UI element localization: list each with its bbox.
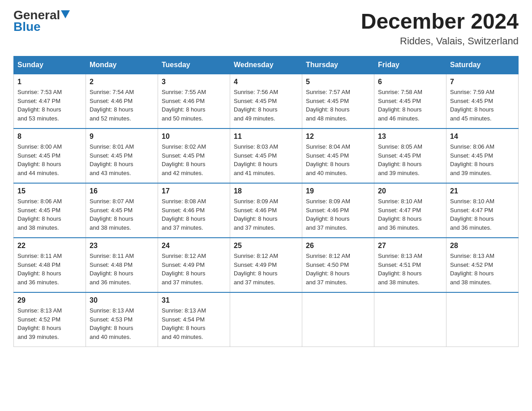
logo-blue-text: Blue [13, 20, 41, 34]
header-sunday: Sunday [14, 56, 86, 74]
header-tuesday: Tuesday [158, 56, 230, 74]
day-info: Sunrise: 7:55 AM Sunset: 4:46 PM Dayligh… [162, 88, 226, 123]
svg-marker-0 [61, 10, 70, 18]
day-info: Sunrise: 8:12 AM Sunset: 4:49 PM Dayligh… [234, 252, 298, 287]
table-row: 17 Sunrise: 8:08 AM Sunset: 4:46 PM Dayl… [158, 183, 230, 238]
logo: General Blue [13, 9, 70, 34]
day-info: Sunrise: 7:53 AM Sunset: 4:47 PM Dayligh… [17, 88, 82, 123]
table-row: 10 Sunrise: 8:02 AM Sunset: 4:45 PM Dayl… [158, 128, 230, 183]
page-header: General Blue December 2024 Riddes, Valai… [13, 9, 519, 47]
table-row [374, 292, 446, 347]
day-number: 31 [162, 296, 226, 304]
day-number: 3 [162, 78, 226, 86]
table-row: 30 Sunrise: 8:13 AM Sunset: 4:53 PM Dayl… [86, 292, 158, 347]
day-number: 10 [162, 133, 226, 141]
day-number: 24 [162, 242, 226, 250]
day-number: 28 [450, 242, 515, 250]
table-row: 25 Sunrise: 8:12 AM Sunset: 4:49 PM Dayl… [230, 238, 302, 292]
day-number: 20 [378, 187, 442, 195]
table-row: 21 Sunrise: 8:10 AM Sunset: 4:47 PM Dayl… [446, 183, 519, 238]
day-info: Sunrise: 7:56 AM Sunset: 4:45 PM Dayligh… [234, 88, 298, 123]
day-number: 4 [234, 78, 298, 86]
title-area: December 2024 Riddes, Valais, Switzerlan… [361, 9, 519, 47]
day-info: Sunrise: 8:13 AM Sunset: 4:52 PM Dayligh… [17, 306, 82, 341]
day-info: Sunrise: 8:09 AM Sunset: 4:46 PM Dayligh… [234, 197, 298, 232]
day-info: Sunrise: 7:59 AM Sunset: 4:45 PM Dayligh… [450, 88, 515, 123]
table-row: 24 Sunrise: 8:12 AM Sunset: 4:49 PM Dayl… [158, 238, 230, 292]
day-number: 9 [90, 133, 154, 141]
day-number: 5 [306, 78, 370, 86]
day-info: Sunrise: 8:03 AM Sunset: 4:45 PM Dayligh… [234, 142, 298, 177]
header-thursday: Thursday [302, 56, 374, 74]
day-info: Sunrise: 8:04 AM Sunset: 4:45 PM Dayligh… [306, 142, 370, 177]
table-row: 18 Sunrise: 8:09 AM Sunset: 4:46 PM Dayl… [230, 183, 302, 238]
header-saturday: Saturday [446, 56, 519, 74]
table-row: 20 Sunrise: 8:10 AM Sunset: 4:47 PM Dayl… [374, 183, 446, 238]
table-row: 3 Sunrise: 7:55 AM Sunset: 4:46 PM Dayli… [158, 74, 230, 128]
day-number: 29 [17, 296, 82, 304]
day-info: Sunrise: 8:06 AM Sunset: 4:45 PM Dayligh… [450, 142, 515, 177]
day-number: 13 [378, 133, 442, 141]
table-row: 8 Sunrise: 8:00 AM Sunset: 4:45 PM Dayli… [14, 128, 86, 183]
table-row: 23 Sunrise: 8:11 AM Sunset: 4:48 PM Dayl… [86, 238, 158, 292]
day-number: 16 [90, 187, 154, 195]
table-row: 19 Sunrise: 8:09 AM Sunset: 4:46 PM Dayl… [302, 183, 374, 238]
table-row: 15 Sunrise: 8:06 AM Sunset: 4:45 PM Dayl… [14, 183, 86, 238]
day-number: 22 [17, 242, 82, 250]
day-number: 30 [90, 296, 154, 304]
day-info: Sunrise: 7:58 AM Sunset: 4:45 PM Dayligh… [378, 88, 442, 123]
table-row [230, 292, 302, 347]
table-row: 16 Sunrise: 8:07 AM Sunset: 4:45 PM Dayl… [86, 183, 158, 238]
day-number: 2 [90, 78, 154, 86]
calendar-header-row: Sunday Monday Tuesday Wednesday Thursday… [14, 56, 519, 74]
logo-triangle-icon [61, 10, 70, 18]
table-row [446, 292, 519, 347]
table-row: 29 Sunrise: 8:13 AM Sunset: 4:52 PM Dayl… [14, 292, 86, 347]
table-row: 13 Sunrise: 8:05 AM Sunset: 4:45 PM Dayl… [374, 128, 446, 183]
day-info: Sunrise: 8:13 AM Sunset: 4:52 PM Dayligh… [450, 252, 515, 287]
location-subtitle: Riddes, Valais, Switzerland [361, 35, 519, 47]
day-number: 18 [234, 187, 298, 195]
day-info: Sunrise: 8:10 AM Sunset: 4:47 PM Dayligh… [378, 197, 442, 232]
day-number: 8 [17, 133, 82, 141]
day-number: 23 [90, 242, 154, 250]
day-number: 19 [306, 187, 370, 195]
calendar-table: Sunday Monday Tuesday Wednesday Thursday… [13, 56, 519, 347]
day-info: Sunrise: 8:02 AM Sunset: 4:45 PM Dayligh… [162, 142, 226, 177]
header-friday: Friday [374, 56, 446, 74]
calendar-week-row: 1 Sunrise: 7:53 AM Sunset: 4:47 PM Dayli… [14, 74, 519, 128]
calendar-week-row: 8 Sunrise: 8:00 AM Sunset: 4:45 PM Dayli… [14, 128, 519, 183]
day-info: Sunrise: 8:11 AM Sunset: 4:48 PM Dayligh… [90, 252, 154, 287]
calendar-week-row: 15 Sunrise: 8:06 AM Sunset: 4:45 PM Dayl… [14, 183, 519, 238]
table-row: 5 Sunrise: 7:57 AM Sunset: 4:45 PM Dayli… [302, 74, 374, 128]
day-number: 27 [378, 242, 442, 250]
table-row: 31 Sunrise: 8:13 AM Sunset: 4:54 PM Dayl… [158, 292, 230, 347]
day-number: 14 [450, 133, 515, 141]
day-info: Sunrise: 8:13 AM Sunset: 4:53 PM Dayligh… [90, 306, 154, 341]
month-title: December 2024 [361, 9, 519, 34]
header-wednesday: Wednesday [230, 56, 302, 74]
day-number: 17 [162, 187, 226, 195]
day-info: Sunrise: 8:06 AM Sunset: 4:45 PM Dayligh… [17, 197, 82, 232]
day-info: Sunrise: 8:13 AM Sunset: 4:51 PM Dayligh… [378, 252, 442, 287]
day-info: Sunrise: 8:11 AM Sunset: 4:48 PM Dayligh… [17, 252, 82, 287]
day-info: Sunrise: 8:09 AM Sunset: 4:46 PM Dayligh… [306, 197, 370, 232]
day-info: Sunrise: 7:57 AM Sunset: 4:45 PM Dayligh… [306, 88, 370, 123]
day-info: Sunrise: 8:12 AM Sunset: 4:49 PM Dayligh… [162, 252, 226, 287]
table-row: 22 Sunrise: 8:11 AM Sunset: 4:48 PM Dayl… [14, 238, 86, 292]
table-row: 2 Sunrise: 7:54 AM Sunset: 4:46 PM Dayli… [86, 74, 158, 128]
day-info: Sunrise: 8:07 AM Sunset: 4:45 PM Dayligh… [90, 197, 154, 232]
day-info: Sunrise: 8:10 AM Sunset: 4:47 PM Dayligh… [450, 197, 515, 232]
day-info: Sunrise: 7:54 AM Sunset: 4:46 PM Dayligh… [90, 88, 154, 123]
table-row: 26 Sunrise: 8:12 AM Sunset: 4:50 PM Dayl… [302, 238, 374, 292]
table-row: 11 Sunrise: 8:03 AM Sunset: 4:45 PM Dayl… [230, 128, 302, 183]
table-row: 27 Sunrise: 8:13 AM Sunset: 4:51 PM Dayl… [374, 238, 446, 292]
table-row: 4 Sunrise: 7:56 AM Sunset: 4:45 PM Dayli… [230, 74, 302, 128]
day-number: 26 [306, 242, 370, 250]
day-number: 12 [306, 133, 370, 141]
day-info: Sunrise: 8:00 AM Sunset: 4:45 PM Dayligh… [17, 142, 82, 177]
calendar-week-row: 29 Sunrise: 8:13 AM Sunset: 4:52 PM Dayl… [14, 292, 519, 347]
day-number: 15 [17, 187, 82, 195]
day-info: Sunrise: 8:08 AM Sunset: 4:46 PM Dayligh… [162, 197, 226, 232]
day-info: Sunrise: 8:12 AM Sunset: 4:50 PM Dayligh… [306, 252, 370, 287]
